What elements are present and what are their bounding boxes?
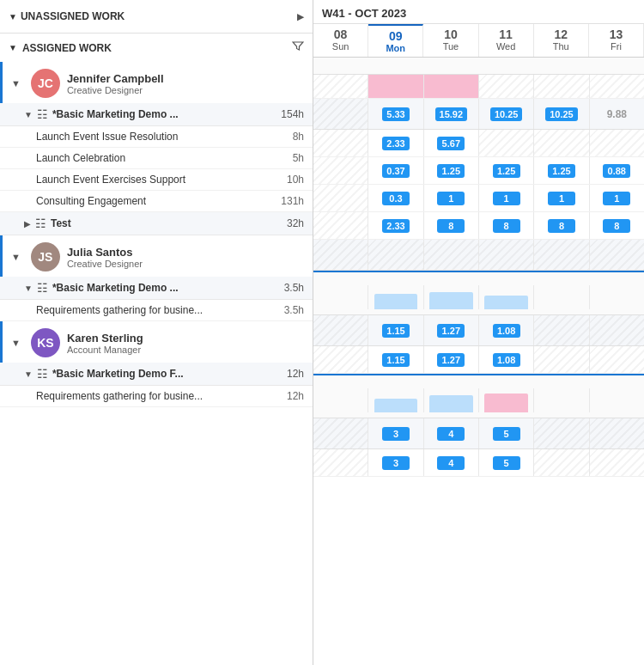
day-num-fri: 13 bbox=[591, 27, 641, 41]
karen-t1-tue: 4 bbox=[424, 449, 479, 476]
julia-chevron: ▼ bbox=[11, 252, 21, 262]
jt3-mon: 0.3 bbox=[368, 185, 423, 211]
day-col-sun: 08 Sun bbox=[313, 24, 368, 57]
karen-task-1: Requirements gathering for busine... 12h bbox=[0, 386, 313, 407]
day-name-wed: Wed bbox=[481, 41, 532, 52]
day-name-thu: Thu bbox=[536, 41, 586, 52]
task4-name: Consulting Engagement bbox=[36, 195, 277, 207]
proj1-hours: 154h bbox=[281, 108, 304, 120]
julia-total-fri bbox=[590, 315, 644, 345]
julia-proj1-hours: 3.5h bbox=[284, 282, 304, 294]
overflow-fri bbox=[590, 75, 644, 98]
jtotal-mon-val: 5.33 bbox=[382, 107, 410, 121]
karen-task1-row: 3 4 5 bbox=[313, 449, 644, 477]
karen-name: Karen Sterling bbox=[67, 332, 143, 345]
karen-cap-tue bbox=[424, 388, 479, 412]
jt1-sun bbox=[313, 130, 368, 156]
jennifer-project-1[interactable]: ▼ ☷ *Basic Marketing Demo ... 154h bbox=[0, 103, 313, 126]
julia-cap-tue bbox=[424, 285, 479, 309]
task3-name: Launch Event Exercises Support bbox=[36, 174, 283, 186]
overflow-sun bbox=[313, 75, 368, 98]
karen-total-thu bbox=[534, 418, 589, 448]
overflow-thu bbox=[534, 75, 589, 98]
day-name-sun: Sun bbox=[315, 41, 366, 52]
jennifer-task3-row: 0.3 1 1 1 1 bbox=[313, 185, 644, 212]
karen-t1-fri bbox=[590, 449, 644, 476]
julia-proj1-name: *Basic Marketing Demo ... bbox=[52, 282, 280, 294]
proj1-name: *Basic Marketing Demo ... bbox=[52, 108, 276, 120]
proj2-icon: ☷ bbox=[35, 217, 46, 230]
proj1-chevron: ▼ bbox=[24, 110, 33, 119]
jt1-thu bbox=[534, 130, 589, 156]
julia-t1-mon-val: 1.15 bbox=[382, 353, 410, 367]
day-name-tue: Tue bbox=[425, 41, 476, 52]
person-row-karen[interactable]: ▼ KS Karen Sterling Account Manager bbox=[0, 321, 313, 363]
jt3-fri-val: 1 bbox=[603, 192, 630, 205]
karen-t1-mon-val: 3 bbox=[382, 456, 410, 470]
person-row-julia[interactable]: ▼ JS Julia Santos Creative Designer bbox=[0, 235, 313, 277]
task4-hours: 131h bbox=[281, 195, 304, 207]
jt2-fri-val: 0.88 bbox=[603, 164, 630, 178]
karen-proj1-chevron: ▼ bbox=[24, 369, 33, 379]
jt1-tue: 5.67 bbox=[424, 130, 479, 156]
karen-cap-thu bbox=[534, 388, 589, 412]
jennifer-role: Creative Designer bbox=[67, 85, 164, 95]
jt3-wed: 1 bbox=[479, 185, 534, 211]
expand-icon[interactable]: ▶ bbox=[297, 12, 304, 21]
karen-total-wed-val: 5 bbox=[493, 427, 520, 441]
julia-total-wed-val: 1.08 bbox=[493, 324, 520, 338]
jt1-mon: 2.33 bbox=[368, 130, 423, 156]
jennifer-overflow-bar bbox=[313, 75, 644, 99]
karen-project-totals-row: 3 4 5 bbox=[313, 418, 644, 449]
person-section-jennifer: ▼ JC Jennifer Campbell Creative Designer… bbox=[0, 62, 313, 235]
karen-avatar: KS bbox=[31, 328, 60, 357]
jt3-tue-val: 1 bbox=[437, 192, 465, 205]
julia-total-tue-val: 1.27 bbox=[437, 324, 465, 338]
julia-project-1[interactable]: ▼ ☷ *Basic Marketing Demo ... 3.5h bbox=[0, 277, 313, 300]
jennifer-project-totals-row: 5.33 15.92 10.25 10.25 9.88 bbox=[313, 99, 644, 130]
unassigned-header[interactable]: ▼ UNASSIGNED WORK ▶ bbox=[0, 5, 313, 27]
karen-cap-fri bbox=[590, 388, 644, 412]
karen-project-1[interactable]: ▼ ☷ *Basic Marketing Demo F... 12h bbox=[0, 363, 313, 386]
jennifer-task-3: Launch Event Exercises Support 10h bbox=[0, 169, 313, 191]
karen-total-mon: 3 bbox=[368, 418, 423, 448]
jt2-mon-val: 0.37 bbox=[382, 164, 410, 178]
julia-t1-sun bbox=[313, 346, 368, 373]
jennifer-task4-row: 2.33 8 8 8 8 bbox=[313, 212, 644, 240]
task2-name: Launch Celebration bbox=[36, 152, 289, 164]
person-row-jennifer[interactable]: ▼ JC Jennifer Campbell Creative Designer bbox=[0, 62, 313, 103]
jtotal-wed-val: 10.25 bbox=[490, 107, 523, 121]
day-num-mon: 09 bbox=[370, 29, 421, 43]
julia-t1-tue-val: 1.27 bbox=[437, 353, 465, 367]
filter-icon[interactable] bbox=[292, 40, 304, 55]
julia-total-sun bbox=[313, 315, 368, 345]
karen-cap-sun bbox=[313, 388, 368, 412]
jt2-fri: 0.88 bbox=[590, 157, 644, 184]
day-headers: 08 Sun 09 Mon 10 Tue 11 Wed 12 Thu 13 Fr… bbox=[313, 24, 644, 58]
karen-t1-wed: 5 bbox=[479, 449, 534, 476]
proj2-hours: 32h bbox=[287, 217, 304, 229]
jt4-mon-val: 2.33 bbox=[382, 219, 410, 233]
jt4-tue-val: 8 bbox=[437, 219, 465, 233]
assigned-header[interactable]: ▼ ASSIGNED WORK bbox=[0, 34, 313, 62]
unassigned-label: UNASSIGNED WORK bbox=[21, 10, 125, 22]
karen-t1-thu bbox=[534, 449, 589, 476]
jtotal-fri-val: 9.88 bbox=[607, 108, 627, 120]
karen-t1-wed-val: 5 bbox=[493, 456, 520, 470]
jt2-wed: 1.25 bbox=[479, 157, 534, 184]
jennifer-project-2[interactable]: ▶ ☷ Test 32h bbox=[0, 212, 313, 235]
jt3-mon-val: 0.3 bbox=[382, 192, 410, 205]
julia-proj1-chevron: ▼ bbox=[24, 284, 33, 293]
jt2-thu: 1.25 bbox=[534, 157, 589, 184]
karen-t1-tue-val: 4 bbox=[437, 456, 465, 470]
jtotal-fri: 9.88 bbox=[590, 99, 644, 129]
julia-total-thu bbox=[534, 315, 589, 345]
jennifer-info: Jennifer Campbell Creative Designer bbox=[67, 72, 164, 95]
jt1-mon-val: 2.33 bbox=[382, 137, 410, 150]
jennifer-avatar: JC bbox=[31, 69, 60, 98]
unassigned-chevron: ▼ bbox=[9, 12, 17, 21]
test-sun bbox=[313, 240, 368, 270]
jt4-thu-val: 8 bbox=[548, 219, 575, 233]
jt4-fri-val: 8 bbox=[603, 219, 630, 233]
jt2-mon: 0.37 bbox=[368, 157, 423, 184]
